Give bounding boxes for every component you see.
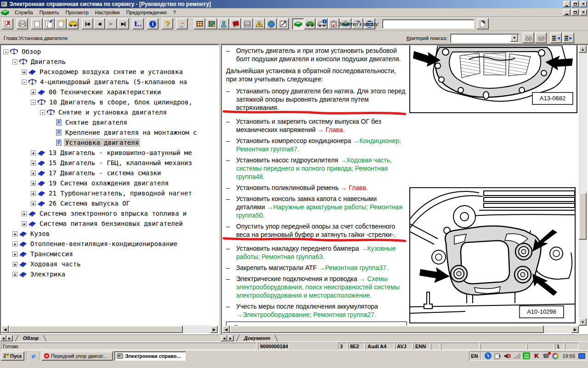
search-button[interactable] bbox=[523, 33, 534, 43]
tab-document[interactable]: Документ bbox=[240, 335, 274, 341]
tree-item[interactable]: Установка двигателя bbox=[1, 138, 218, 148]
tree-toggle-plus-icon[interactable]: + bbox=[31, 191, 36, 196]
tree-item-label[interactable]: Ходовая часть bbox=[29, 260, 82, 268]
menu-настройки[interactable]: Настройки bbox=[92, 9, 123, 16]
toolbar-swap-button[interactable]: →← bbox=[176, 18, 188, 29]
tray-flash-icon[interactable]: ϟ bbox=[484, 352, 492, 360]
tree-item[interactable]: +00 Технические характеристики bbox=[1, 87, 218, 97]
doc-link[interactable]: → Глава. bbox=[317, 126, 345, 133]
tree-item[interactable]: +Система электронного впрыска топлива и bbox=[1, 208, 218, 218]
ie-quicklaunch-icon[interactable]: e bbox=[29, 352, 37, 360]
tree-toggle-plus-icon[interactable]: + bbox=[31, 90, 36, 95]
tree-toggle-plus-icon[interactable]: + bbox=[31, 201, 36, 206]
scroll-down-button[interactable]: ▼ bbox=[579, 318, 587, 326]
start-button[interactable]: Пуск bbox=[1, 351, 24, 361]
tree-item-label[interactable]: Установка двигателя bbox=[64, 138, 140, 147]
tree-toggle-minus-icon[interactable]: - bbox=[3, 49, 8, 54]
tree-item[interactable]: -Двигатель bbox=[1, 57, 218, 67]
tree-toggle-plus-icon[interactable]: + bbox=[22, 221, 27, 226]
tree-toggle-plus-icon[interactable]: + bbox=[31, 161, 36, 166]
tree-toggle-plus-icon[interactable]: + bbox=[12, 252, 17, 257]
menu-служба[interactable]: Служба bbox=[11, 9, 36, 16]
scroll-thumb[interactable] bbox=[9, 326, 183, 333]
tree-item-label[interactable]: 17 Двигатель - система смазки bbox=[47, 169, 162, 177]
toolbar-gauge-button[interactable] bbox=[277, 18, 289, 29]
tree-item-label[interactable]: Отопление-вентиляция-кондиционирование bbox=[29, 240, 179, 248]
tree-item-label[interactable]: 19 Система охлаждения двигателя bbox=[47, 179, 170, 187]
tray-phone-icon[interactable]: ☎ bbox=[542, 352, 549, 360]
tree-item[interactable]: +19 Система охлаждения двигателя bbox=[1, 178, 218, 188]
toolbar-grid-window-button[interactable] bbox=[194, 18, 205, 29]
tree-toggle-plus-icon[interactable]: + bbox=[22, 69, 27, 75]
language-indicator[interactable]: EN bbox=[471, 353, 478, 359]
taskbar-task-2[interactable]: Электронная справо... bbox=[114, 351, 186, 361]
tree-item-label[interactable]: 21 Турбонагнетатель, приводной нагнет bbox=[47, 189, 193, 197]
tree-item[interactable]: -4-цилиндровый двигатель (5-клапанов на bbox=[1, 77, 218, 87]
tree-item[interactable]: -Снятие и установка двигателя bbox=[1, 107, 218, 117]
minimize-button[interactable] bbox=[563, 1, 571, 7]
toolbar-clipboard-check-button[interactable] bbox=[328, 18, 339, 29]
tree-item[interactable]: +Трансмиссия bbox=[1, 249, 218, 259]
menu-править[interactable]: Править bbox=[36, 9, 62, 16]
toolbar-person-button[interactable] bbox=[218, 18, 229, 29]
hitlist-next-button[interactable]: ► bbox=[563, 33, 574, 43]
tree-item-label[interactable]: Снятие двигателя bbox=[64, 118, 129, 126]
tree-toggle-plus-icon[interactable]: + bbox=[31, 181, 36, 186]
doc-link[interactable]: →Электрооборудование; Ремонтная группа27… bbox=[236, 311, 376, 318]
tab-scroll-left-button[interactable]: ◀ bbox=[0, 335, 6, 341]
toolbar-new-note-button[interactable]: ✶ bbox=[55, 18, 67, 29]
search-next-button[interactable]: + bbox=[535, 33, 547, 43]
scroll-left-button[interactable]: ◀ bbox=[222, 326, 230, 333]
tree-item-label[interactable]: Система питания бензиновых двигателей bbox=[38, 219, 184, 228]
tab-scroll-right-button[interactable]: ▶ bbox=[227, 335, 234, 341]
toolbar-new-doc-button[interactable] bbox=[31, 18, 43, 29]
tree-item-label[interactable]: Крепление двигателя на монтажном с bbox=[64, 128, 198, 137]
tree-item[interactable]: +Электрика bbox=[1, 269, 218, 279]
tray-media-icon[interactable] bbox=[552, 352, 559, 360]
tree-item-label[interactable]: Кузов bbox=[29, 230, 51, 238]
tree-item-label[interactable]: Снятие и установка двигателя bbox=[57, 108, 168, 116]
tree-item[interactable]: +17 Двигатель - система смазки bbox=[1, 168, 218, 178]
tray-kaspersky-icon[interactable]: K bbox=[532, 352, 540, 360]
tree-item-label[interactable]: Расходомер воздуха снятие и установка bbox=[38, 68, 184, 76]
tree-item[interactable]: Снятие двигателя bbox=[1, 117, 218, 127]
tree-item[interactable]: +13 Двигатель - кривошипно-шатунный ме bbox=[1, 148, 218, 158]
scroll-right-button[interactable]: ▶ bbox=[210, 326, 218, 333]
tab-scroll-left-button[interactable]: ◀ bbox=[221, 335, 227, 341]
menu-предупреждения[interactable]: Предупреждения bbox=[123, 9, 170, 16]
scroll-thumb[interactable] bbox=[230, 326, 544, 333]
order-note-input[interactable] bbox=[382, 19, 474, 29]
tree-toggle-plus-icon[interactable]: + bbox=[12, 272, 17, 277]
mdi-close-button[interactable]: × bbox=[580, 9, 587, 16]
toolbar-help-button[interactable]: ? bbox=[162, 18, 173, 29]
toolbar-car-button[interactable] bbox=[67, 18, 79, 29]
mdi-restore-button[interactable] bbox=[571, 9, 579, 16]
toolbar-cancel-button[interactable]: ✗ bbox=[2, 18, 13, 29]
search-criteria-combo[interactable]: ▼ bbox=[450, 34, 519, 43]
tree-item-label[interactable]: Трансмиссия bbox=[29, 250, 74, 258]
tree-toggle-plus-icon[interactable]: + bbox=[12, 262, 17, 267]
combo-dropdown-button[interactable]: ▼ bbox=[510, 34, 518, 42]
tree-item[interactable]: +Кузов bbox=[1, 229, 218, 239]
toolbar-red-book-button[interactable] bbox=[230, 18, 241, 29]
toolbar-info-button[interactable]: i bbox=[147, 18, 158, 29]
tree-item[interactable]: +15 Двигатель - ГБЦ, клапанный механиз bbox=[1, 158, 218, 168]
tree-item[interactable]: +Расходомер воздуха снятие и установка bbox=[1, 67, 218, 77]
tree-item[interactable]: +26 Система выпуска ОГ bbox=[1, 198, 218, 208]
hitlist-prev-button[interactable]: ◄ bbox=[550, 33, 562, 43]
tree-item[interactable]: +Система питания бензиновых двигателей bbox=[1, 218, 218, 229]
tree-item[interactable]: +Ходовая часть bbox=[1, 259, 218, 269]
document-vscrollbar[interactable]: ▲ ▼ bbox=[579, 46, 587, 326]
order-note-edit-button[interactable]: ✎ bbox=[477, 18, 489, 29]
scroll-up-button[interactable]: ▲ bbox=[579, 46, 587, 53]
scroll-left-button[interactable]: ◀ bbox=[1, 326, 9, 333]
taskbar-task-1[interactable]: Передний упор двигат... bbox=[42, 351, 113, 361]
tree-item[interactable]: +21 Турбонагнетатель, приводной нагнет bbox=[1, 188, 218, 198]
toolbar-green-block-button[interactable] bbox=[292, 18, 304, 29]
tree-hscrollbar[interactable]: ◀ ▶ bbox=[1, 326, 218, 333]
doc-link[interactable]: →Ремонтная группа37. bbox=[318, 264, 388, 271]
tab-scroll-right-button[interactable]: ▶ bbox=[6, 335, 13, 341]
toolbar-print-button[interactable] bbox=[17, 18, 28, 29]
toolbar-grid-tile-button[interactable] bbox=[206, 18, 217, 29]
tree-toggle-minus-icon[interactable]: - bbox=[12, 59, 17, 64]
